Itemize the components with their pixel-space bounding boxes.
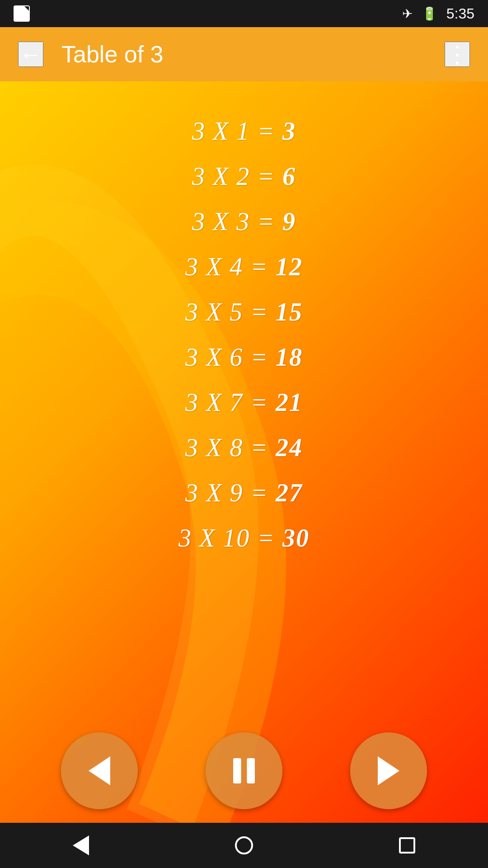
nav-bar [0, 823, 488, 868]
previous-button[interactable] [61, 732, 138, 809]
nav-home-icon [235, 836, 253, 854]
equation-10: 3 X 10 = 30 [178, 524, 310, 552]
svg-rect-2 [247, 758, 255, 783]
next-icon [371, 753, 407, 789]
svg-marker-0 [89, 756, 110, 785]
status-bar-left [14, 5, 30, 22]
svg-marker-3 [378, 756, 399, 785]
app-bar: ← Table of 3 ⋮ [0, 27, 488, 81]
equation-8: 3 X 8 = 24 [185, 433, 303, 462]
table-row: 3 X 4 = 12 [0, 244, 488, 289]
bottom-controls [0, 728, 488, 823]
nav-home-button[interactable] [235, 836, 253, 854]
table-row: 3 X 1 = 3 [0, 108, 488, 154]
nav-recents-button[interactable] [399, 837, 415, 854]
status-bar: ✈ 🔋 5:35 [0, 0, 488, 27]
table-row: 3 X 2 = 6 [0, 154, 488, 199]
next-button[interactable] [350, 732, 427, 809]
equation-7: 3 X 7 = 21 [185, 388, 303, 417]
table-row: 3 X 8 = 24 [0, 425, 488, 470]
menu-button[interactable]: ⋮ [445, 42, 470, 67]
nav-back-button[interactable] [73, 835, 89, 855]
table-row: 3 X 3 = 9 [0, 199, 488, 244]
back-button[interactable]: ← [18, 42, 43, 67]
status-time: 5:35 [446, 5, 474, 22]
airplane-icon: ✈ [402, 6, 413, 21]
table-row: 3 X 9 = 27 [0, 470, 488, 515]
battery-icon: 🔋 [422, 6, 437, 21]
table-row: 3 X 10 = 30 [0, 515, 488, 561]
equation-9: 3 X 9 = 27 [185, 478, 303, 507]
svg-rect-1 [233, 758, 241, 783]
table-content: 3 X 1 = 3 3 X 2 = 6 3 X 3 = 9 3 X 4 = 12… [0, 108, 488, 561]
sd-card-icon [14, 5, 30, 22]
table-row: 3 X 6 = 18 [0, 335, 488, 380]
table-row: 3 X 5 = 15 [0, 289, 488, 335]
app-title: Table of 3 [61, 41, 445, 68]
equation-1: 3 X 1 = 3 [192, 117, 296, 146]
equation-3: 3 X 3 = 9 [192, 207, 296, 236]
pause-button[interactable] [206, 732, 282, 809]
nav-recents-icon [399, 837, 415, 854]
table-row: 3 X 7 = 21 [0, 380, 488, 425]
equation-5: 3 X 5 = 15 [185, 297, 303, 326]
nav-back-icon [73, 835, 89, 855]
previous-icon [81, 753, 117, 789]
status-bar-right: ✈ 🔋 5:35 [402, 5, 474, 22]
equation-6: 3 X 6 = 18 [185, 343, 303, 372]
main-content: 3 X 1 = 3 3 X 2 = 6 3 X 3 = 9 3 X 4 = 12… [0, 81, 488, 823]
equation-2: 3 X 2 = 6 [192, 162, 296, 191]
equation-4: 3 X 4 = 12 [185, 252, 303, 281]
pause-icon [226, 753, 262, 789]
